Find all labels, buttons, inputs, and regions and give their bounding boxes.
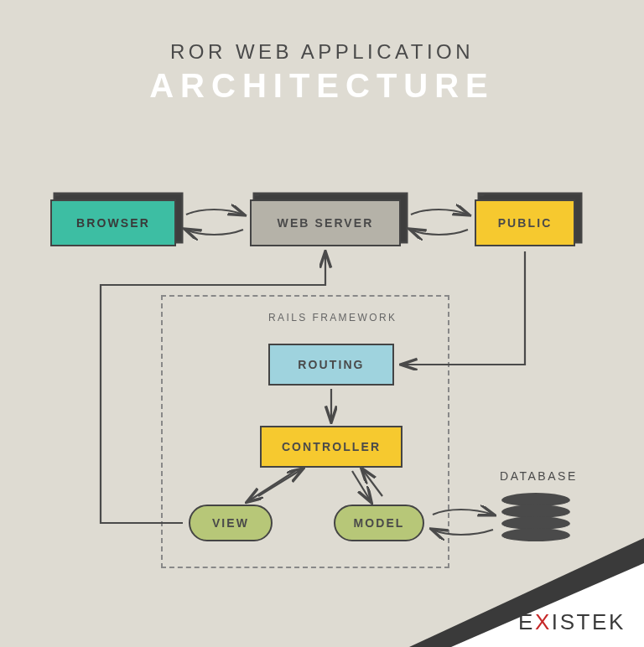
- rails-framework-label: RAILS FRAMEWORK: [268, 312, 397, 324]
- node-database-label: DATABASE: [500, 469, 578, 483]
- title-line-1: ROR WEB APPLICATION: [0, 40, 644, 64]
- brand-x: X: [535, 609, 552, 634]
- node-browser-label: BROWSER: [76, 216, 150, 230]
- node-browser: BROWSER: [50, 199, 176, 246]
- brand-logo: EXISTEK: [518, 609, 626, 635]
- node-web-server: WEB SERVER: [250, 199, 401, 246]
- node-view-label: VIEW: [212, 516, 249, 530]
- node-routing-label: ROUTING: [298, 358, 364, 371]
- brand-prefix: E: [518, 609, 535, 634]
- node-public: PUBLIC: [475, 199, 575, 246]
- node-public-label: PUBLIC: [498, 216, 553, 230]
- node-controller: CONTROLLER: [260, 426, 402, 468]
- node-model-label: MODEL: [353, 516, 404, 530]
- title-line-2: ARCHITECTURE: [0, 67, 644, 105]
- node-routing: ROUTING: [268, 344, 394, 386]
- node-model: MODEL: [334, 505, 424, 541]
- node-controller-label: CONTROLLER: [282, 440, 381, 453]
- node-web-server-label: WEB SERVER: [278, 216, 374, 230]
- node-view: VIEW: [189, 505, 273, 541]
- brand-suffix: ISTEK: [552, 609, 626, 634]
- diagram-title: ROR WEB APPLICATION ARCHITECTURE: [0, 0, 644, 105]
